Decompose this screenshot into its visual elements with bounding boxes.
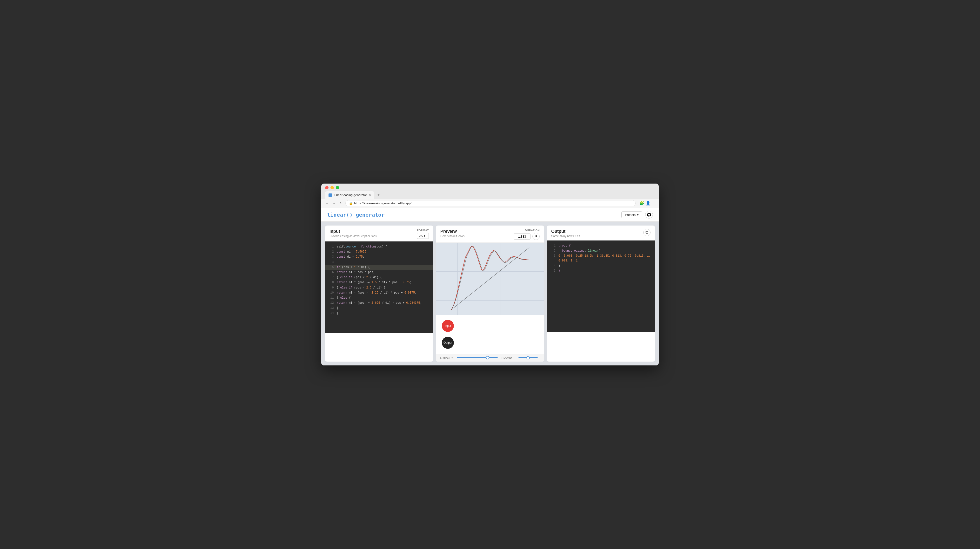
output-code-line: 1 :root { (547, 243, 655, 249)
presets-chevron-icon: ▾ (637, 213, 639, 217)
code-line: 11 } else { (325, 295, 433, 300)
simplify-thumb[interactable] (486, 356, 489, 359)
output-ball-label: Output (444, 341, 452, 345)
pause-icon: ⏸ (535, 235, 538, 238)
output-code-line: 3 0, 0.063, 0.25 18.2%, 1 36.4%, 0.813, … (547, 254, 655, 263)
code-line: 10 return n1 * (pos -= 2.25 / d1) * pos … (325, 290, 433, 295)
profile-button[interactable]: 👤 (646, 201, 651, 206)
lock-icon: 🔒 (349, 202, 353, 205)
code-line: 14 } (325, 311, 433, 316)
preview-panel-title: Preview (440, 229, 465, 234)
round-label: ROUND (501, 356, 516, 359)
round-slider[interactable] (519, 357, 538, 358)
input-ball-label: Input (445, 324, 451, 327)
tab-title: Linear easing generator (334, 193, 367, 197)
code-line: 13 } (325, 306, 433, 311)
tab-favicon (329, 193, 332, 197)
tab-close-button[interactable]: ✕ (369, 193, 371, 196)
code-line: 7 } else if (pos < 2 / d1) { (325, 275, 433, 280)
browser-window: Linear easing generator ✕ + ← → ↻ 🔒 http… (321, 184, 659, 365)
presets-label: Presets (625, 213, 636, 217)
code-line: 6 return n1 * pos * pos; (325, 270, 433, 275)
pause-button[interactable]: ⏸ (533, 233, 540, 240)
animation-area: Input Output (436, 315, 544, 354)
traffic-light-minimize[interactable] (331, 186, 334, 189)
format-value: JS (419, 234, 423, 238)
format-chevron-icon: ▾ (424, 234, 425, 238)
input-panel: Input Provide easing as JavaScript or SV… (325, 225, 433, 362)
output-code-line: 5 } (547, 268, 655, 273)
code-line: 9 } else if (pos < 2.5 / d1) { (325, 286, 433, 290)
input-panel-subtitle: Provide easing as JavaScript or SVG (329, 235, 377, 238)
svg-rect-1 (646, 231, 648, 233)
output-panel-subtitle: Some shiny new CSS! (551, 235, 580, 238)
menu-button[interactable]: ⋮ (652, 201, 656, 206)
presets-button[interactable]: Presets ▾ (621, 211, 642, 218)
code-editor[interactable]: 1 self.bounce = function(pos) { 2 const … (325, 241, 433, 333)
address-field[interactable]: 🔒 https://linear-easing-generator.netlif… (345, 200, 636, 206)
preview-panel: Preview Here's how it looks: DURATION ⏸ (436, 225, 544, 362)
output-code: 1 :root { 2 --bounce-easing: linear( 3 0… (547, 241, 655, 332)
simplify-slider[interactable] (457, 357, 498, 358)
browser-chrome: Linear easing generator ✕ + (321, 184, 659, 199)
code-line: 2 const n1 = 7.5625; (325, 249, 433, 254)
code-line: 12 return n1 * (pos -= 2.625 / d1) * pos… (325, 300, 433, 306)
round-control: ROUND (501, 356, 540, 359)
new-tab-button[interactable]: + (375, 191, 382, 199)
output-panel-header: Output Some shiny new CSS! (547, 225, 655, 241)
github-button[interactable] (645, 211, 653, 219)
output-ball: Output (442, 337, 454, 349)
browser-actions: 🧩 👤 ⋮ (640, 201, 656, 206)
input-panel-header: Input Provide easing as JavaScript or SV… (325, 225, 433, 241)
traffic-lights (325, 186, 655, 189)
simplify-control: SIMPLIFY (440, 356, 498, 359)
code-line: 4 (325, 260, 433, 265)
browser-tab-active[interactable]: Linear easing generator ✕ (325, 191, 374, 199)
duration-input[interactable] (514, 233, 530, 239)
panels: Input Provide easing as JavaScript or SV… (321, 222, 659, 365)
copy-button[interactable] (643, 229, 651, 236)
preview-panel-header: Preview Here's how it looks: DURATION ⏸ (436, 225, 544, 243)
code-line: 3 const d1 = 2.75; (325, 254, 433, 260)
back-button[interactable]: ← (324, 200, 329, 206)
output-panel-title: Output (551, 229, 580, 234)
address-bar-row: ← → ↻ 🔒 https://linear-easing-generator.… (321, 199, 659, 208)
output-code-line: 4 ); (547, 263, 655, 268)
easing-curve-svg (436, 243, 544, 315)
code-line: 1 self.bounce = function(pos) { (325, 244, 433, 249)
easing-chart (436, 243, 544, 315)
output-panel: Output Some shiny new CSS! (547, 225, 655, 362)
duration-label: DURATION (514, 229, 540, 232)
url-text: https://linear-easing-generator.netlify.… (354, 201, 411, 205)
format-label: FORMAT (417, 229, 429, 232)
format-select[interactable]: JS ▾ (417, 233, 429, 239)
traffic-light-maximize[interactable] (336, 186, 339, 189)
refresh-button[interactable]: ↻ (339, 200, 344, 206)
output-code-line: 2 --bounce-easing: linear( (547, 249, 655, 254)
app-content: linear() generator Presets ▾ (321, 208, 659, 365)
traffic-light-close[interactable] (325, 186, 329, 189)
round-thumb[interactable] (527, 356, 530, 359)
app-logo: linear() generator (327, 212, 385, 218)
forward-button[interactable]: → (331, 200, 337, 206)
code-line: 5 if (pos < 1 / d1) { (325, 265, 433, 270)
extensions-button[interactable]: 🧩 (640, 201, 644, 206)
tab-bar: Linear easing generator ✕ + (325, 191, 655, 199)
preview-panel-subtitle: Here's how it looks: (440, 235, 465, 238)
simplify-label: SIMPLIFY (440, 356, 454, 359)
bottom-controls: SIMPLIFY ROUND (436, 354, 544, 362)
copy-icon (645, 231, 649, 235)
header-right: Presets ▾ (621, 211, 653, 219)
input-ball: Input (442, 320, 454, 332)
code-line: 8 return n1 * (pos -= 1.5 / d1) * pos + … (325, 280, 433, 285)
app-header: linear() generator Presets ▾ (321, 208, 659, 222)
input-panel-title: Input (329, 229, 377, 234)
